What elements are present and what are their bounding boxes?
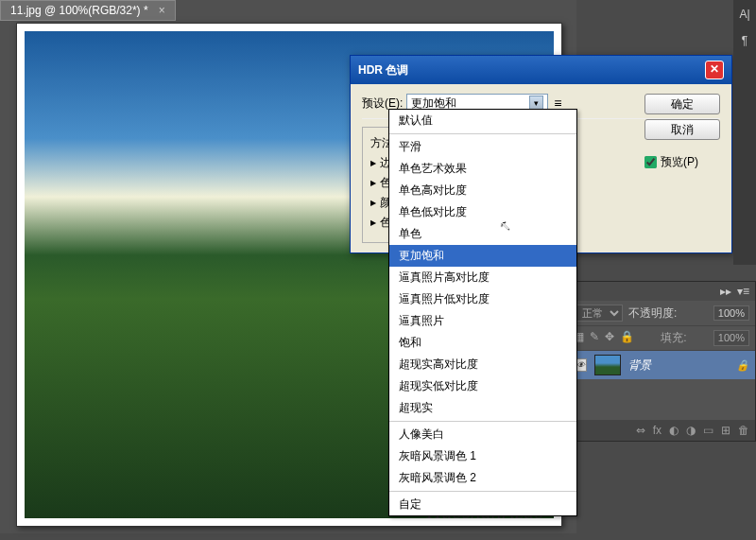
triangle-right-icon: ▶ <box>370 179 376 187</box>
layer-thumbnail[interactable] <box>594 355 621 375</box>
cancel-button[interactable]: 取消 <box>644 119 720 140</box>
dialog-buttons: 确定 取消 预览(P) <box>644 94 720 170</box>
panel-footer: ⇔ fx ◐ ◑ ▭ ⊞ 🗑 <box>568 420 755 441</box>
fill-label: 填充: <box>661 330 686 346</box>
fx-icon[interactable]: fx <box>653 424 662 437</box>
adjustment-icon[interactable]: ◑ <box>686 424 696 437</box>
close-icon[interactable]: ✕ <box>705 61 724 79</box>
layer-row[interactable]: 👁 背景 🔒 <box>568 351 755 379</box>
document-tab[interactable]: 11.jpg @ 100%(RGB/32*) * × <box>0 0 176 21</box>
lock-paint-icon[interactable]: ✎ <box>590 330 599 346</box>
type-panel-icon[interactable]: A| <box>739 8 749 21</box>
triangle-right-icon: ▶ <box>370 199 376 207</box>
layer-name: 背景 <box>628 357 651 374</box>
dropdown-item[interactable]: 饱和 <box>389 332 576 354</box>
dropdown-item[interactable]: 默认值 <box>389 110 576 131</box>
hdr-toning-dialog: HDR 色调 ✕ 预设(E): 更加饱和 ▾ ≡ 确定 取消 预览(P) 方法:… <box>350 55 732 253</box>
opacity-label: 不透明度: <box>628 305 677 322</box>
paragraph-panel-icon[interactable]: ¶ <box>742 34 747 47</box>
link-layers-icon[interactable]: ⇔ <box>636 424 645 437</box>
collapse-icon[interactable]: ▸▸ <box>720 285 731 298</box>
right-rail: A| ¶ <box>733 0 756 265</box>
opacity-value[interactable]: 100% <box>713 305 749 321</box>
preset-dropdown[interactable]: 默认值平滑单色艺术效果单色高对比度单色低对比度单色更加饱和逼真照片高对比度逼真照… <box>388 109 577 516</box>
dropdown-item[interactable]: 超现实低对比度 <box>389 375 576 397</box>
dropdown-item[interactable]: 超现实 <box>389 397 576 419</box>
lock-move-icon[interactable]: ✥ <box>605 330 614 346</box>
dropdown-item[interactable]: 单色低对比度 <box>389 201 576 223</box>
dropdown-item[interactable]: 单色艺术效果 <box>389 158 576 180</box>
panel-menu-icon[interactable]: ▾≡ <box>737 285 749 298</box>
dropdown-item[interactable]: 更加饱和 <box>389 245 576 267</box>
ok-button[interactable]: 确定 <box>644 94 720 114</box>
preview-checkbox[interactable] <box>644 156 657 168</box>
dropdown-item[interactable]: 单色高对比度 <box>389 180 576 201</box>
group-icon[interactable]: ▭ <box>703 424 713 437</box>
dialog-titlebar[interactable]: HDR 色调 ✕ <box>351 56 731 84</box>
dropdown-item[interactable]: 自定 <box>389 494 576 515</box>
tab-close-icon[interactable]: × <box>159 4 165 17</box>
panel-header: ▸▸ ▾≡ <box>568 282 755 301</box>
dropdown-item[interactable]: 单色 <box>389 223 576 245</box>
triangle-right-icon: ▶ <box>370 218 376 227</box>
dropdown-item[interactable]: 灰暗风景调色 2 <box>389 467 576 489</box>
fill-value[interactable]: 100% <box>713 330 749 346</box>
dialog-body: 预设(E): 更加饱和 ▾ ≡ 确定 取消 预览(P) 方法: ▶边缘 ▶色调 … <box>351 84 731 253</box>
dropdown-item[interactable]: 平滑 <box>389 136 576 158</box>
blend-mode-select[interactable]: 正常 <box>574 305 623 322</box>
dropdown-item[interactable]: 超现实高对比度 <box>389 354 576 375</box>
mask-icon[interactable]: ◐ <box>669 424 679 437</box>
dropdown-item[interactable]: 逼真照片低对比度 <box>389 288 576 310</box>
triangle-right-icon: ▶ <box>370 159 376 167</box>
trash-icon[interactable]: 🗑 <box>738 424 749 437</box>
dropdown-item[interactable]: 逼真照片 <box>389 310 576 332</box>
preview-checkbox-row[interactable]: 预览(P) <box>644 154 720 170</box>
dialog-title-text: HDR 色调 <box>358 62 408 78</box>
lock-icon: 🔒 <box>736 359 749 372</box>
preview-label: 预览(P) <box>661 154 698 170</box>
layers-panel: ▸▸ ▾≡ 正常 不透明度: 100% ▦ ✎ ✥ 🔒 填充: 100% 👁 背… <box>567 281 756 442</box>
lock-icons-row: ▦ ✎ ✥ 🔒 填充: 100% <box>568 326 755 351</box>
tab-title: 11.jpg @ 100%(RGB/32*) * <box>10 4 148 17</box>
dropdown-item[interactable]: 人像美白 <box>389 424 576 445</box>
lock-all-icon[interactable]: 🔒 <box>620 330 634 346</box>
dropdown-item[interactable]: 灰暗风景调色 1 <box>389 445 576 467</box>
new-layer-icon[interactable]: ⊞ <box>721 424 730 437</box>
dropdown-item[interactable]: 逼真照片高对比度 <box>389 267 576 288</box>
